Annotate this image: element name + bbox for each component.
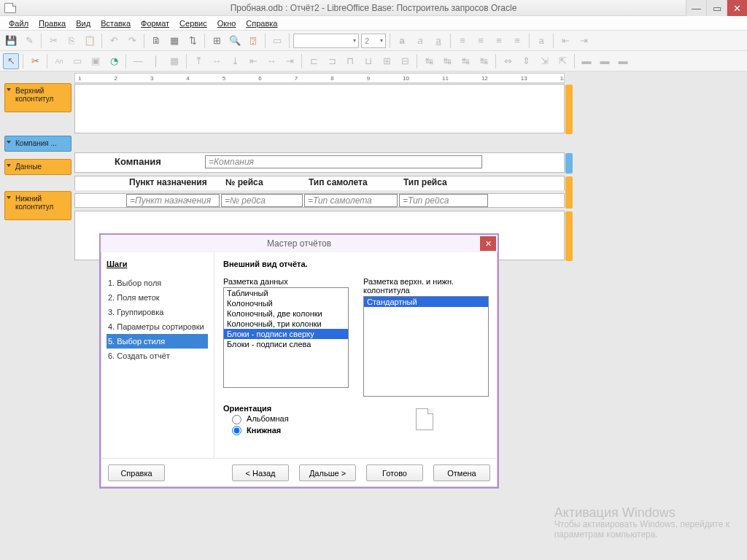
- finish-button[interactable]: Готово: [366, 464, 423, 481]
- image-icon[interactable]: ▣: [88, 53, 104, 69]
- align-t-icon[interactable]: ⤒: [190, 53, 206, 69]
- minimize-button[interactable]: —: [686, 0, 706, 16]
- align-left-icon[interactable]: ≡: [454, 33, 471, 49]
- help-button[interactable]: Справка: [108, 464, 165, 481]
- zoom-icon[interactable]: 🔍: [227, 33, 243, 49]
- underline-icon[interactable]: a: [430, 33, 446, 49]
- dist1-icon[interactable]: ↹: [421, 53, 437, 69]
- menu-insert[interactable]: Вставка: [96, 18, 135, 29]
- section-footer-tab[interactable]: Нижний колонтитул: [4, 191, 71, 220]
- menu-help[interactable]: Справка: [241, 18, 282, 29]
- menu-edit[interactable]: Правка: [34, 18, 70, 29]
- textbox-icon[interactable]: ▭: [69, 53, 85, 69]
- company-field[interactable]: =Компания: [205, 155, 482, 168]
- size1-icon[interactable]: ⇔: [500, 53, 516, 69]
- next-button[interactable]: Дальше >: [299, 464, 356, 481]
- section-header-tab[interactable]: Верхний колонтитул: [4, 83, 71, 112]
- snap6-icon[interactable]: ⊟: [397, 53, 413, 69]
- band-header[interactable]: [74, 84, 565, 133]
- align-right-icon[interactable]: ≡: [491, 33, 507, 49]
- maximize-button[interactable]: ▭: [706, 0, 727, 16]
- ftype-field[interactable]: =Тип рейса: [399, 194, 488, 207]
- cut-icon[interactable]: ✂: [45, 33, 61, 49]
- dist4-icon[interactable]: ↹: [476, 53, 492, 69]
- steps-list: 1. Выбор поля 2. Поля меток 3. Группиров…: [107, 276, 208, 363]
- sect2-icon[interactable]: ▬: [597, 53, 613, 69]
- dist3-icon[interactable]: ↹: [457, 53, 473, 69]
- paste-icon[interactable]: 📋: [82, 33, 98, 49]
- undo-icon[interactable]: ↶: [106, 33, 122, 49]
- font-name-icon[interactable]: ▭: [269, 33, 285, 49]
- align-m-icon[interactable]: ↔: [209, 53, 225, 69]
- menu-view[interactable]: Вид: [71, 18, 95, 29]
- sect1-icon[interactable]: ▬: [578, 53, 595, 69]
- snap3-icon[interactable]: ⊓: [342, 53, 358, 69]
- orientation-portrait[interactable]: Книжная: [232, 426, 489, 436]
- data-layout-list[interactable]: Табличный Колоночный Колоночный, две кол…: [223, 287, 349, 388]
- menu-window[interactable]: Окно: [213, 18, 241, 29]
- nav-icon[interactable]: ⊞: [209, 33, 225, 49]
- report-icon[interactable]: 🗎: [148, 33, 164, 49]
- add-field-icon[interactable]: ▦: [166, 33, 182, 49]
- save-icon[interactable]: 💾: [3, 33, 19, 49]
- section-company-tab[interactable]: Компания ...: [4, 136, 71, 152]
- tool-crosshair-icon[interactable]: ✂: [27, 53, 43, 69]
- section-data-tab[interactable]: Данные: [4, 159, 71, 175]
- size2-icon[interactable]: ⇕: [518, 53, 534, 69]
- close-button[interactable]: ✕: [727, 0, 747, 16]
- hf-layout-list[interactable]: Стандартный: [363, 296, 489, 397]
- tb-btn[interactable]: ✎: [21, 33, 37, 49]
- font-color-icon[interactable]: a: [533, 33, 549, 49]
- align-b-icon[interactable]: ⤓: [227, 53, 243, 69]
- vline-icon[interactable]: │: [148, 53, 164, 69]
- align-l-icon[interactable]: ⇤: [245, 53, 261, 69]
- dist2-icon[interactable]: ↹: [439, 53, 455, 69]
- size4-icon[interactable]: ⇱: [554, 53, 570, 69]
- menu-format[interactable]: Формат: [136, 18, 174, 29]
- redo-icon[interactable]: ↷: [124, 33, 140, 49]
- sect3-icon[interactable]: ▬: [615, 53, 631, 69]
- bold-icon[interactable]: a: [394, 33, 410, 49]
- dest-field[interactable]: =Пункт назначения: [126, 194, 220, 207]
- step-2[interactable]: 2. Поля меток: [107, 290, 208, 305]
- band-columns[interactable]: Пункт назначения № рейса Тип самолета Ти…: [74, 176, 565, 190]
- snap5-icon[interactable]: ⊞: [379, 53, 395, 69]
- hline-icon[interactable]: —: [130, 53, 146, 69]
- band-company[interactable]: Компания =Компания: [74, 152, 565, 173]
- indent-dec-icon[interactable]: ⇤: [557, 33, 573, 49]
- flight-field[interactable]: =№ рейса: [221, 194, 303, 207]
- menu-tools[interactable]: Сервис: [175, 18, 212, 29]
- ptype-field[interactable]: =Тип самолета: [304, 194, 398, 207]
- menu-file[interactable]: Файл: [4, 18, 33, 29]
- dialog-close-button[interactable]: ✕: [480, 236, 496, 251]
- italic-icon[interactable]: a: [412, 33, 428, 49]
- snap2-icon[interactable]: ⊐: [324, 53, 340, 69]
- orientation-landscape[interactable]: Альбомная: [232, 414, 489, 424]
- align-justify-icon[interactable]: ≡: [509, 33, 525, 49]
- back-button[interactable]: < Назад: [232, 464, 289, 481]
- indent-inc-icon[interactable]: ⇥: [576, 33, 592, 49]
- grid-icon[interactable]: ▦: [166, 53, 182, 69]
- dialog-title: Мастер отчётов ✕: [101, 235, 498, 252]
- size3-icon[interactable]: ⇲: [536, 53, 552, 69]
- snap4-icon[interactable]: ⊔: [360, 53, 376, 69]
- cancel-button[interactable]: Отмена: [433, 464, 490, 481]
- sort-icon[interactable]: ⇅: [185, 33, 201, 49]
- align-c-icon[interactable]: ↔: [263, 53, 279, 69]
- step-4[interactable]: 4. Параметры сортировки: [107, 319, 208, 334]
- help-icon[interactable]: ⍰: [245, 33, 261, 49]
- snap1-icon[interactable]: ⊏: [306, 53, 322, 69]
- align-r-icon[interactable]: ⇥: [282, 53, 298, 69]
- align-center-icon[interactable]: ≡: [473, 33, 489, 49]
- step-6[interactable]: 6. Создать отчёт: [107, 349, 208, 363]
- step-5[interactable]: 5. Выбор стиля: [107, 334, 208, 349]
- step-1[interactable]: 1. Выбор поля: [107, 276, 208, 290]
- label-icon[interactable]: An: [51, 53, 67, 69]
- pointer-icon[interactable]: ↖: [3, 53, 19, 69]
- step-3[interactable]: 3. Группировка: [107, 305, 208, 319]
- copy-icon[interactable]: ⎘: [63, 33, 80, 49]
- chart-icon[interactable]: ◔: [106, 53, 122, 69]
- font-combo[interactable]: [293, 34, 359, 48]
- size-combo[interactable]: 2: [361, 34, 386, 48]
- band-detail[interactable]: =Пункт назначения =№ рейса =Тип самолета…: [74, 193, 565, 208]
